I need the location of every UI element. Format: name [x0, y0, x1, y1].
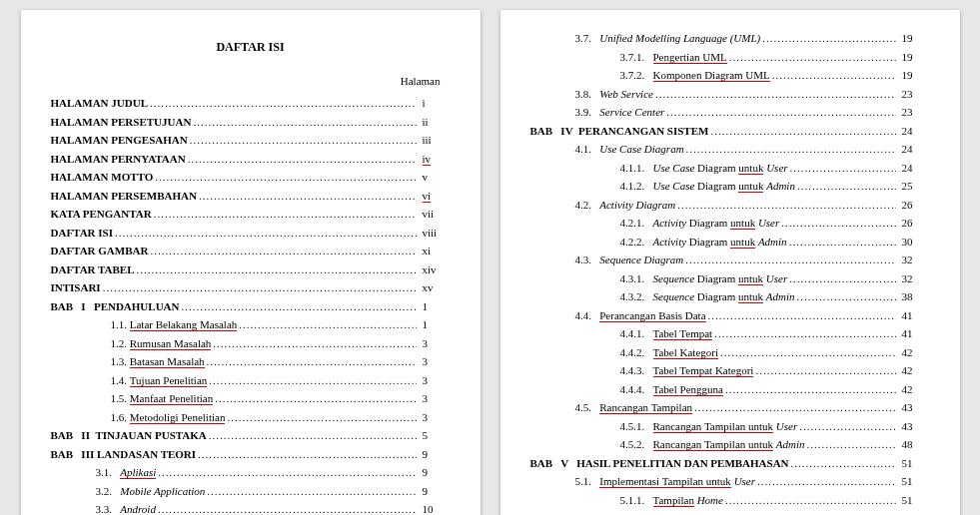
toc-page-number: 3	[417, 390, 451, 407]
toc-prefix: 4.4.	[575, 307, 600, 324]
toc-entry: 5.1.2. Tampilan Halaman Utama52	[530, 510, 930, 515]
toc-label: HALAMAN PERSETUJUAN	[51, 114, 192, 131]
toc-page-number: ii	[417, 114, 451, 131]
toc-leader-dots	[113, 225, 417, 242]
toc-prefix: 4.4.4.	[620, 381, 653, 398]
toc-label: Metodoligi Penelitian	[130, 409, 226, 426]
toc-page-number: 1	[417, 298, 451, 315]
toc-page-number: 30	[896, 234, 930, 251]
toc-prefix: 1.1.	[111, 316, 130, 333]
toc-leader-dots	[797, 418, 895, 435]
toc-page-number: 48	[896, 436, 930, 453]
toc-leader-dots	[148, 95, 417, 112]
toc-leader-dots	[179, 298, 416, 315]
toc-label: Rumusan Masalah	[130, 335, 212, 352]
toc-leader-dots	[692, 399, 895, 416]
toc-leader-dots	[768, 510, 895, 515]
toc-prefix: 4.5.	[575, 399, 600, 416]
toc-label: Rancangan Tampilan	[599, 399, 692, 416]
toc-leader-dots	[684, 141, 896, 158]
toc-label: Unified Modelling Language (UML)	[599, 30, 760, 47]
toc-entry: HALAMAN PERSEMBAHANvi	[51, 188, 451, 205]
toc-label: HALAMAN JUDUL	[51, 95, 148, 112]
toc-prefix: BAB III	[51, 446, 97, 463]
toc-entry: 1.1. Latar Belakang Masalah1	[51, 316, 451, 333]
toc-entry: BAB III LANDASAN TEORI9	[51, 446, 451, 463]
toc-label: KATA PENGANTAR	[51, 206, 152, 223]
toc-prefix: 1.2.	[111, 335, 130, 352]
toc-leader-dots	[795, 178, 896, 195]
toc-entry: 4.5.1. Rancangan Tampilan untuk User43	[530, 418, 930, 435]
toc-leader-dots	[683, 252, 895, 268]
toc-page-number: 32	[896, 270, 930, 287]
toc-page-number: 25	[896, 178, 930, 195]
toc-page-number: 26	[896, 197, 930, 214]
toc-page-number: 43	[896, 418, 930, 435]
toc-entry: BAB I PENDAHULUAN1	[51, 298, 451, 315]
toc-label: HALAMAN PERNYATAAN	[51, 151, 186, 168]
toc-leader-dots	[770, 67, 896, 84]
toc-entry: 1.4. Tujuan Penelitian3	[51, 372, 451, 389]
toc-leader-dots	[188, 132, 417, 149]
toc-entry: 3.8. Web Service23	[530, 86, 930, 103]
toc-label: Perancangan Basis Data	[599, 307, 705, 324]
toc-page-number: 1	[417, 316, 451, 333]
toc-entry: BAB IV PERANCANGAN SISTEM24	[530, 123, 930, 140]
toc-entry: INTISARIxv	[51, 279, 451, 296]
toc-page-number: 41	[896, 325, 930, 342]
toc-entry: HALAMAN PENGESAHANiii	[51, 132, 451, 149]
toc-page-number: 3	[417, 335, 451, 352]
toc-page-number: iii	[417, 132, 451, 149]
toc-leader-dots	[708, 123, 895, 140]
toc-prefix: 4.2.2.	[620, 234, 653, 251]
toc-entry: 1.6. Metodoligi Penelitian3	[51, 409, 451, 426]
toc-entry: 4.3. Sequence Diagram32	[530, 252, 930, 268]
toc-entry: HALAMAN PERNYATAANiv	[51, 151, 451, 168]
toc-leader-dots	[727, 49, 896, 66]
toc-leader-dots	[718, 344, 895, 361]
toc-leader-dots	[156, 501, 417, 515]
toc-leader-dots	[213, 390, 416, 407]
toc-leader-dots	[237, 316, 416, 333]
toc-label: Web Service	[599, 86, 653, 103]
toc-page-number: 19	[896, 30, 930, 47]
toc-page-number: 42	[896, 381, 930, 398]
toc-leader-dots	[779, 215, 895, 232]
toc-entry: 4.2. Activity Diagram26	[530, 197, 930, 214]
toc-leader-dots	[723, 492, 896, 509]
toc-leader-dots	[207, 427, 417, 444]
toc-prefix: 3.7.	[575, 30, 600, 47]
toc-entry: 5.1. Implementasi Tampilan untuk User51	[530, 473, 930, 490]
toc-page-number: 41	[896, 307, 930, 324]
page-column-header: Halaman	[51, 75, 451, 87]
toc-entry: 4.2.1. Activity Diagram untuk User26	[530, 215, 930, 232]
toc-prefix: 4.4.1.	[620, 325, 653, 342]
toc-prefix: 1.6.	[111, 409, 130, 426]
toc-prefix: 3.7.2.	[620, 67, 653, 84]
toc-entry: 1.5. Manfaat Penelitian3	[51, 390, 451, 407]
toc-page-number: vii	[417, 206, 451, 223]
toc-label: Implementasi Tampilan untuk User	[599, 473, 755, 490]
toc-prefix: 4.4.3.	[620, 362, 653, 379]
toc-leader-dots	[805, 436, 896, 453]
toc-leader-dots	[787, 234, 896, 251]
toc-prefix: 4.3.2.	[620, 288, 653, 305]
toc-label: Use Case Diagram	[599, 141, 683, 158]
toc-leader-dots	[191, 114, 416, 131]
toc-entry: 4.3.2. Sequence Diagram untuk Admin38	[530, 288, 930, 305]
toc-prefix: 4.5.2.	[620, 436, 653, 453]
toc-prefix: 4.1.1.	[620, 160, 653, 177]
toc-prefix: 3.3.	[96, 501, 121, 515]
toc-page-number: iv	[417, 151, 451, 168]
toc-label: Sequence Diagram untuk Admin	[653, 288, 795, 305]
toc-prefix: 3.8.	[575, 86, 600, 103]
toc-page-number: 24	[896, 160, 930, 177]
toc-entry: HALAMAN MOTTOv	[51, 169, 451, 186]
toc-entry: 3.7.1. Pengertian UML19	[530, 49, 930, 66]
toc-label: Sequence Diagram	[599, 252, 683, 268]
toc-prefix: BAB II	[51, 427, 96, 444]
toc-entry: 4.5.2. Rancangan Tampilan untuk Admin48	[530, 436, 930, 453]
toc-page-number: 23	[896, 86, 930, 103]
toc-page-number: 9	[417, 464, 451, 481]
toc-leader-dots	[653, 86, 896, 103]
